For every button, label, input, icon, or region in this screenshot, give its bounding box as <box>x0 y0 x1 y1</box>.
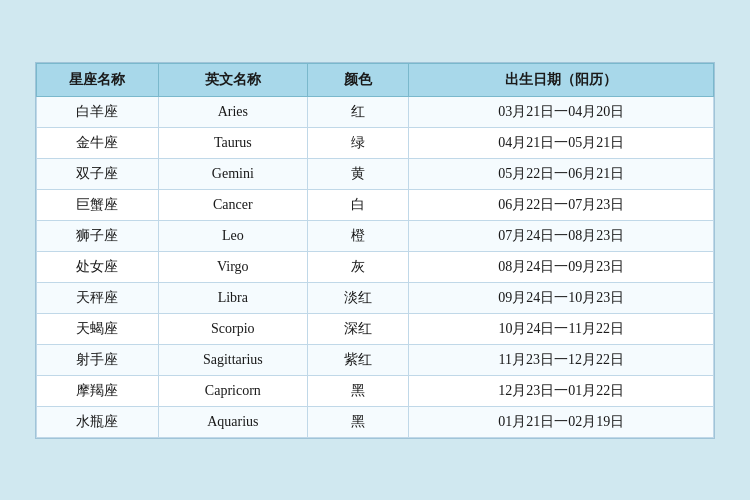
table-header-row: 星座名称 英文名称 颜色 出生日期（阳历） <box>37 63 714 96</box>
table-row: 摩羯座Capricorn黑12月23日一01月22日 <box>37 375 714 406</box>
header-date: 出生日期（阳历） <box>409 63 714 96</box>
cell-chinese: 摩羯座 <box>37 375 159 406</box>
table-row: 金牛座Taurus绿04月21日一05月21日 <box>37 127 714 158</box>
cell-english: Leo <box>158 220 307 251</box>
table-row: 水瓶座Aquarius黑01月21日一02月19日 <box>37 406 714 437</box>
cell-english: Scorpio <box>158 313 307 344</box>
table-row: 处女座Virgo灰08月24日一09月23日 <box>37 251 714 282</box>
cell-english: Capricorn <box>158 375 307 406</box>
cell-date: 03月21日一04月20日 <box>409 96 714 127</box>
cell-date: 10月24日一11月22日 <box>409 313 714 344</box>
cell-chinese: 金牛座 <box>37 127 159 158</box>
cell-date: 11月23日一12月22日 <box>409 344 714 375</box>
table-row: 白羊座Aries红03月21日一04月20日 <box>37 96 714 127</box>
cell-color: 深红 <box>307 313 409 344</box>
cell-chinese: 射手座 <box>37 344 159 375</box>
cell-color: 黑 <box>307 375 409 406</box>
cell-chinese: 天蝎座 <box>37 313 159 344</box>
cell-chinese: 双子座 <box>37 158 159 189</box>
cell-english: Gemini <box>158 158 307 189</box>
cell-date: 12月23日一01月22日 <box>409 375 714 406</box>
cell-color: 绿 <box>307 127 409 158</box>
cell-english: Aries <box>158 96 307 127</box>
header-color: 颜色 <box>307 63 409 96</box>
table-row: 射手座Sagittarius紫红11月23日一12月22日 <box>37 344 714 375</box>
cell-english: Cancer <box>158 189 307 220</box>
cell-english: Aquarius <box>158 406 307 437</box>
table-row: 天蝎座Scorpio深红10月24日一11月22日 <box>37 313 714 344</box>
cell-date: 09月24日一10月23日 <box>409 282 714 313</box>
cell-color: 红 <box>307 96 409 127</box>
header-chinese: 星座名称 <box>37 63 159 96</box>
zodiac-table: 星座名称 英文名称 颜色 出生日期（阳历） 白羊座Aries红03月21日一04… <box>36 63 714 438</box>
header-english: 英文名称 <box>158 63 307 96</box>
cell-date: 06月22日一07月23日 <box>409 189 714 220</box>
cell-chinese: 巨蟹座 <box>37 189 159 220</box>
cell-chinese: 天秤座 <box>37 282 159 313</box>
cell-color: 黄 <box>307 158 409 189</box>
cell-color: 灰 <box>307 251 409 282</box>
table-row: 双子座Gemini黄05月22日一06月21日 <box>37 158 714 189</box>
table-row: 巨蟹座Cancer白06月22日一07月23日 <box>37 189 714 220</box>
cell-chinese: 狮子座 <box>37 220 159 251</box>
cell-chinese: 处女座 <box>37 251 159 282</box>
cell-color: 橙 <box>307 220 409 251</box>
cell-color: 白 <box>307 189 409 220</box>
cell-date: 05月22日一06月21日 <box>409 158 714 189</box>
cell-color: 淡红 <box>307 282 409 313</box>
table-body: 白羊座Aries红03月21日一04月20日金牛座Taurus绿04月21日一0… <box>37 96 714 437</box>
table-row: 天秤座Libra淡红09月24日一10月23日 <box>37 282 714 313</box>
table-row: 狮子座Leo橙07月24日一08月23日 <box>37 220 714 251</box>
zodiac-table-container: 星座名称 英文名称 颜色 出生日期（阳历） 白羊座Aries红03月21日一04… <box>35 62 715 439</box>
cell-chinese: 水瓶座 <box>37 406 159 437</box>
cell-english: Virgo <box>158 251 307 282</box>
cell-color: 黑 <box>307 406 409 437</box>
cell-date: 08月24日一09月23日 <box>409 251 714 282</box>
cell-color: 紫红 <box>307 344 409 375</box>
cell-date: 01月21日一02月19日 <box>409 406 714 437</box>
cell-english: Libra <box>158 282 307 313</box>
cell-chinese: 白羊座 <box>37 96 159 127</box>
cell-date: 04月21日一05月21日 <box>409 127 714 158</box>
cell-date: 07月24日一08月23日 <box>409 220 714 251</box>
cell-english: Sagittarius <box>158 344 307 375</box>
cell-english: Taurus <box>158 127 307 158</box>
